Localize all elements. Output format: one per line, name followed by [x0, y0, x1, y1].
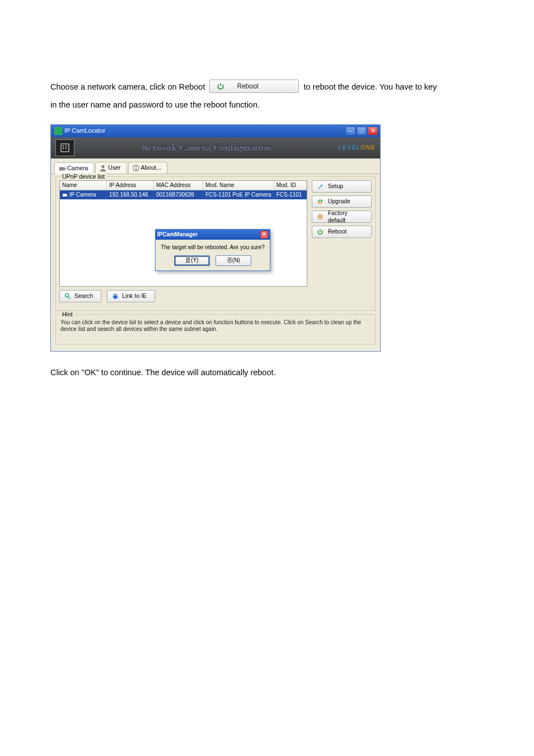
building-icon	[58, 142, 72, 154]
reboot-inline-label: Reboot	[237, 79, 259, 94]
window-title: IP CamLocator	[64, 127, 105, 134]
confirm-dialog: IPCamManager ✕ The target will be reboot…	[155, 229, 270, 271]
svg-rect-5	[59, 167, 64, 170]
power-icon	[317, 228, 324, 235]
refresh-icon	[317, 198, 324, 205]
close-button[interactable]: ✕	[368, 127, 378, 136]
tab-user[interactable]: User	[95, 162, 127, 174]
setup-button[interactable]: Setup	[312, 180, 372, 193]
search-label: Search	[74, 292, 93, 300]
maximize-button[interactable]: □	[357, 127, 367, 136]
group-legend: UPnP device list	[60, 173, 106, 180]
reboot-button-inline[interactable]: Reboot	[209, 80, 299, 93]
gear-icon	[317, 213, 324, 220]
brand-logo: LEVELONE	[339, 144, 376, 151]
dialog-message: The target will be rebooted. Are you sur…	[160, 244, 265, 251]
svg-point-14	[318, 216, 321, 218]
link-label: Link to IE	[122, 292, 147, 300]
col-ip[interactable]: IP Address	[107, 181, 154, 190]
hint-legend: Hint	[60, 311, 74, 318]
svg-point-11	[65, 293, 69, 297]
tab-camera-label: Camera	[67, 165, 88, 172]
col-modid[interactable]: Mod. ID	[274, 181, 307, 190]
cell-mac: 00116B730639	[154, 190, 203, 199]
svg-rect-0	[61, 144, 69, 152]
tab-about[interactable]: About...	[128, 162, 167, 174]
col-modname[interactable]: Mod. Name	[203, 181, 274, 190]
doc-text: in the user name and password to use the…	[50, 96, 484, 114]
reboot-label: Reboot	[328, 228, 347, 235]
hint-text: You can click on the device list to sele…	[60, 319, 371, 333]
titlebar: IP CamLocator – □ ✕	[51, 125, 380, 137]
dialog-close-button[interactable]: ✕	[260, 231, 268, 239]
col-mac[interactable]: MAC Address	[154, 181, 203, 190]
camera-icon	[58, 165, 66, 172]
cell-name: IP Camera	[69, 192, 96, 198]
doc-text: Click on "OK" to continue. The device wi…	[50, 364, 484, 382]
upgrade-label: Upgrade	[328, 198, 350, 205]
device-grid[interactable]: Name IP Address MAC Address Mod. Name Mo…	[59, 180, 307, 287]
svg-rect-2	[65, 146, 67, 147]
app-icon	[54, 127, 62, 135]
svg-rect-9	[135, 166, 137, 167]
reboot-button[interactable]: Reboot	[312, 226, 372, 238]
power-icon	[217, 82, 224, 90]
camera-icon	[62, 192, 68, 198]
doc-text: to reboot the device. You have to key	[304, 82, 437, 91]
upgrade-button[interactable]: Upgrade	[312, 195, 372, 208]
search-button[interactable]: Search	[59, 290, 101, 302]
factory-default-button[interactable]: Factory default	[312, 211, 372, 223]
search-icon	[64, 293, 71, 300]
tab-about-label: About...	[141, 164, 161, 171]
table-row[interactable]: IP Camera 192.168.50.146 00116B730639 FC…	[60, 190, 307, 199]
dialog-yes-button[interactable]: 是(Y)	[174, 255, 210, 266]
hint-group: Hint You can click on the device list to…	[55, 314, 376, 344]
tab-row: Camera User About...	[51, 158, 380, 174]
svg-rect-3	[63, 148, 64, 149]
setup-label: Setup	[328, 183, 343, 190]
svg-rect-8	[135, 167, 137, 170]
link-to-ie-button[interactable]: Link to IE	[107, 290, 155, 302]
svg-rect-4	[65, 148, 67, 149]
user-icon	[99, 164, 107, 172]
info-icon	[132, 164, 140, 172]
minimize-button[interactable]: –	[345, 127, 355, 136]
dialog-no-button[interactable]: 否(N)	[216, 255, 251, 266]
dialog-title: IPCamManager	[157, 231, 198, 238]
app-window: IP CamLocator – □ ✕ Network Camera Confi…	[50, 124, 381, 352]
doc-text: Choose a network camera, click on Reboot	[50, 82, 207, 91]
svg-rect-1	[63, 146, 64, 147]
tab-user-label: User	[108, 164, 120, 171]
tab-camera[interactable]: Camera	[54, 162, 94, 174]
svg-rect-10	[63, 194, 66, 197]
wrench-icon	[317, 183, 324, 190]
header-title: Network Camera Configuration	[142, 142, 271, 153]
svg-line-12	[68, 297, 71, 299]
cell-modid: FCS-1101	[274, 190, 307, 199]
logo-icon	[55, 139, 74, 156]
col-name[interactable]: Name	[60, 181, 107, 190]
factory-label: Factory default	[328, 209, 367, 223]
cell-modname: FCS-1101 PoE IP Camera	[203, 190, 274, 199]
cell-ip: 192.168.50.146	[107, 190, 154, 199]
header-strip: Network Camera Configuration LEVELONE	[51, 137, 380, 158]
grid-header: Name IP Address MAC Address Mod. Name Mo…	[60, 181, 307, 190]
device-list-group: UPnP device list Name IP Address MAC Add…	[55, 176, 376, 311]
svg-point-6	[102, 165, 105, 168]
ie-icon	[112, 293, 119, 300]
